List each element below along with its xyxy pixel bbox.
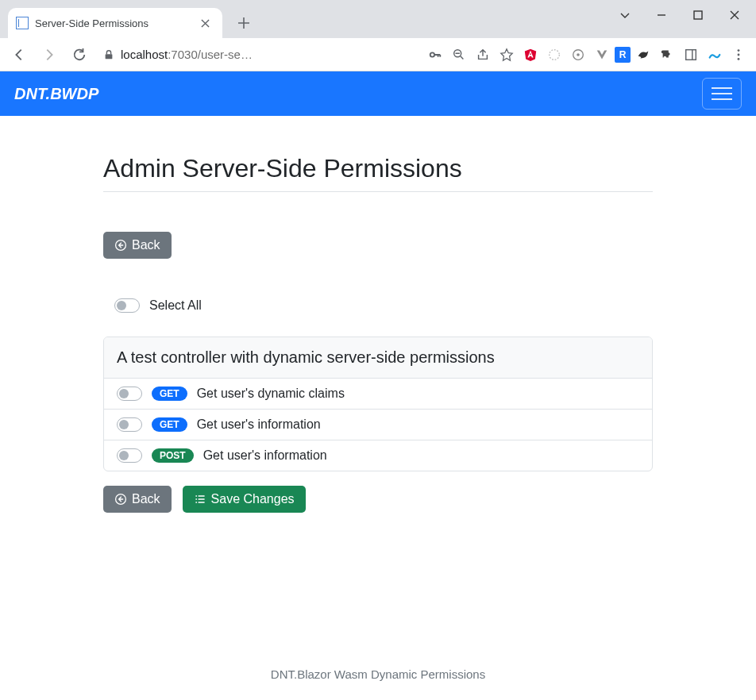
extension-icon-2[interactable]: [567, 44, 589, 66]
extension-bird-icon[interactable]: [632, 44, 654, 66]
chevron-down-icon[interactable]: [607, 0, 643, 30]
tab-title: Server-Side Permissions: [35, 17, 192, 29]
http-method-badge: GET: [152, 417, 187, 432]
nav-forward-button[interactable]: [37, 42, 62, 67]
back-button-top[interactable]: Back: [103, 232, 172, 259]
permission-toggle[interactable]: [117, 387, 142, 401]
bookmark-star-icon[interactable]: [496, 44, 518, 66]
list-check-icon: [194, 493, 206, 506]
profile-avatar-icon[interactable]: [704, 44, 726, 66]
http-method-badge: POST: [152, 448, 194, 463]
password-key-icon[interactable]: [424, 44, 446, 66]
reload-button[interactable]: [67, 42, 92, 67]
svg-rect-7: [686, 49, 696, 60]
maximize-button[interactable]: [680, 0, 716, 30]
permission-toggle[interactable]: [117, 417, 142, 432]
url-host: localhost:7030/user-se…: [121, 48, 253, 61]
browser-toolbar: localhost:7030/user-se… R: [0, 38, 756, 71]
svg-point-9: [738, 53, 740, 56]
permission-label: Get user's information: [197, 417, 321, 432]
permission-row: GET Get user's information: [104, 410, 652, 440]
svg-point-6: [577, 53, 580, 56]
share-icon[interactable]: [472, 44, 494, 66]
close-tab-button[interactable]: [199, 17, 211, 29]
arrow-left-circle-icon: [114, 493, 127, 506]
permission-label: Get user's information: [203, 448, 327, 463]
extension-icon-1[interactable]: [543, 44, 565, 66]
permissions-card: A test controller with dynamic server-si…: [103, 337, 653, 471]
nav-back-button[interactable]: [6, 42, 32, 67]
svg-point-8: [738, 49, 740, 52]
back-button-bottom[interactable]: Back: [103, 486, 172, 513]
brand-logo[interactable]: DNT.BWDP: [14, 85, 98, 103]
save-changes-button[interactable]: Save Changes: [183, 486, 306, 513]
extension-r-icon[interactable]: R: [615, 47, 631, 63]
page-footer: DNT.Blazor Wasm Dynamic Permissions: [0, 653, 756, 700]
tab-favicon: [16, 17, 29, 29]
zoom-out-icon[interactable]: [448, 44, 470, 66]
select-all-label: Select All: [149, 298, 202, 313]
address-bar[interactable]: localhost:7030/user-se…: [97, 48, 256, 61]
page-body: Admin Server-Side Permissions Back Selec…: [0, 116, 756, 653]
svg-point-4: [550, 49, 560, 60]
permission-row: POST Get user's information: [104, 440, 652, 471]
extension-vue-icon[interactable]: [591, 44, 613, 66]
title-divider: [103, 191, 653, 192]
card-header: A test controller with dynamic server-si…: [104, 337, 652, 379]
extensions-puzzle-icon[interactable]: [656, 44, 678, 66]
svg-point-10: [738, 57, 740, 60]
page-title: Admin Server-Side Permissions: [103, 154, 653, 183]
permission-row: GET Get user's dynamic claims: [104, 379, 652, 410]
close-window-button[interactable]: [716, 0, 753, 30]
svg-rect-0: [694, 11, 702, 19]
arrow-left-circle-icon: [114, 239, 127, 252]
select-all-toggle[interactable]: [114, 298, 140, 313]
window-controls: [607, 0, 753, 30]
back-button-label: Back: [132, 238, 160, 252]
permission-label: Get user's dynamic claims: [197, 387, 345, 401]
side-panel-icon[interactable]: [680, 44, 702, 66]
svg-rect-1: [106, 54, 113, 59]
back-button-label: Back: [132, 492, 160, 506]
app-navbar: DNT.BWDP: [0, 71, 756, 116]
browser-menu-button[interactable]: [727, 44, 750, 66]
extension-angular-icon[interactable]: [519, 44, 542, 66]
browser-tab[interactable]: Server-Side Permissions: [8, 8, 222, 38]
minimize-button[interactable]: [643, 0, 680, 30]
permission-toggle[interactable]: [117, 448, 142, 463]
nav-toggle-button[interactable]: [702, 78, 742, 110]
http-method-badge: GET: [152, 387, 187, 401]
lock-icon: [103, 49, 114, 60]
browser-titlebar: Server-Side Permissions: [0, 0, 756, 38]
new-tab-button[interactable]: [232, 11, 256, 35]
save-button-label: Save Changes: [211, 492, 295, 506]
svg-point-2: [430, 52, 434, 56]
